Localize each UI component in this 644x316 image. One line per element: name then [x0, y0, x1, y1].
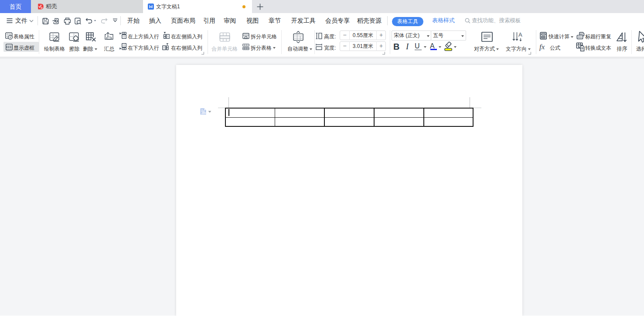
svg-text:A: A [518, 31, 522, 38]
